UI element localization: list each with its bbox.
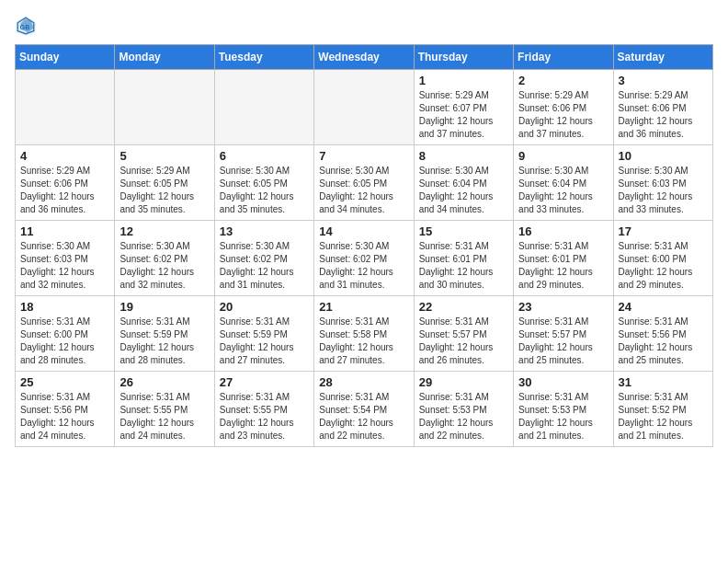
day-info: Sunrise: 5:30 AM Sunset: 6:05 PM Dayligh… (319, 165, 408, 216)
calendar-table: SundayMondayTuesdayWednesdayThursdayFrid… (15, 44, 713, 447)
day-number: 8 (419, 149, 508, 163)
day-info: Sunrise: 5:31 AM Sunset: 6:01 PM Dayligh… (419, 240, 508, 292)
day-number: 15 (419, 224, 508, 238)
calendar-cell: 17Sunrise: 5:31 AM Sunset: 6:00 PM Dayli… (613, 221, 712, 296)
day-number: 30 (518, 375, 608, 389)
calendar-cell: 20Sunrise: 5:31 AM Sunset: 5:59 PM Dayli… (214, 296, 313, 372)
day-info: Sunrise: 5:30 AM Sunset: 6:04 PM Dayligh… (419, 165, 508, 216)
calendar-cell: 13Sunrise: 5:30 AM Sunset: 6:02 PM Dayli… (214, 221, 313, 296)
calendar-cell: 9Sunrise: 5:30 AM Sunset: 6:04 PM Daylig… (514, 145, 613, 221)
calendar-cell: 1Sunrise: 5:29 AM Sunset: 6:07 PM Daylig… (414, 70, 513, 145)
day-info: Sunrise: 5:29 AM Sunset: 6:05 PM Dayligh… (119, 165, 209, 216)
day-info: Sunrise: 5:31 AM Sunset: 5:57 PM Dayligh… (518, 316, 608, 367)
day-number: 29 (419, 375, 508, 389)
day-number: 16 (518, 224, 608, 238)
day-number: 9 (518, 149, 608, 163)
day-info: Sunrise: 5:30 AM Sunset: 6:05 PM Dayligh… (220, 165, 309, 216)
day-info: Sunrise: 5:31 AM Sunset: 6:00 PM Dayligh… (619, 240, 708, 292)
day-number: 14 (319, 224, 408, 238)
calendar-week-row: 18Sunrise: 5:31 AM Sunset: 6:00 PM Dayli… (16, 296, 713, 372)
calendar-week-row: 1Sunrise: 5:29 AM Sunset: 6:07 PM Daylig… (16, 70, 713, 145)
weekday-header: Monday (115, 45, 214, 70)
calendar-cell: 12Sunrise: 5:30 AM Sunset: 6:02 PM Dayli… (115, 221, 214, 296)
day-number: 19 (119, 300, 209, 314)
weekday-header: Wednesday (314, 45, 414, 70)
day-info: Sunrise: 5:31 AM Sunset: 6:00 PM Dayligh… (20, 316, 109, 367)
day-number: 18 (20, 300, 109, 314)
calendar-cell: 3Sunrise: 5:29 AM Sunset: 6:06 PM Daylig… (613, 70, 712, 145)
calendar-cell: 27Sunrise: 5:31 AM Sunset: 5:55 PM Dayli… (214, 372, 313, 447)
logo-icon: GB (15, 15, 37, 37)
calendar-cell: 29Sunrise: 5:31 AM Sunset: 5:53 PM Dayli… (414, 372, 513, 447)
day-number: 28 (319, 375, 408, 389)
calendar-cell: 30Sunrise: 5:31 AM Sunset: 5:53 PM Dayli… (514, 372, 613, 447)
day-info: Sunrise: 5:30 AM Sunset: 6:03 PM Dayligh… (20, 240, 109, 292)
calendar-cell: 11Sunrise: 5:30 AM Sunset: 6:03 PM Dayli… (16, 221, 115, 296)
calendar-cell: 23Sunrise: 5:31 AM Sunset: 5:57 PM Dayli… (514, 296, 613, 372)
day-info: Sunrise: 5:30 AM Sunset: 6:02 PM Dayligh… (119, 240, 209, 292)
weekday-header: Sunday (16, 45, 115, 70)
day-number: 11 (20, 224, 109, 238)
day-number: 21 (319, 300, 408, 314)
calendar-cell: 21Sunrise: 5:31 AM Sunset: 5:58 PM Dayli… (314, 296, 414, 372)
calendar-cell: 10Sunrise: 5:30 AM Sunset: 6:03 PM Dayli… (613, 145, 712, 221)
weekday-header: Tuesday (214, 45, 313, 70)
weekday-header: Saturday (613, 45, 712, 70)
calendar-cell: 6Sunrise: 5:30 AM Sunset: 6:05 PM Daylig… (214, 145, 313, 221)
day-info: Sunrise: 5:30 AM Sunset: 6:03 PM Dayligh… (619, 165, 708, 216)
calendar-cell: 26Sunrise: 5:31 AM Sunset: 5:55 PM Dayli… (115, 372, 214, 447)
day-info: Sunrise: 5:29 AM Sunset: 6:06 PM Dayligh… (518, 89, 608, 141)
day-number: 27 (220, 375, 309, 389)
day-number: 17 (619, 224, 708, 238)
calendar-cell (214, 70, 313, 145)
day-info: Sunrise: 5:30 AM Sunset: 6:04 PM Dayligh… (518, 165, 608, 216)
day-number: 5 (119, 149, 209, 163)
logo: GB (15, 15, 40, 37)
day-number: 2 (518, 74, 608, 87)
day-info: Sunrise: 5:29 AM Sunset: 6:06 PM Dayligh… (619, 89, 708, 141)
calendar-cell (115, 70, 214, 145)
day-info: Sunrise: 5:31 AM Sunset: 5:58 PM Dayligh… (319, 316, 408, 367)
calendar-cell: 14Sunrise: 5:30 AM Sunset: 6:02 PM Dayli… (314, 221, 414, 296)
calendar-cell: 5Sunrise: 5:29 AM Sunset: 6:05 PM Daylig… (115, 145, 214, 221)
calendar-cell: 16Sunrise: 5:31 AM Sunset: 6:01 PM Dayli… (514, 221, 613, 296)
day-number: 20 (220, 300, 309, 314)
day-info: Sunrise: 5:29 AM Sunset: 6:06 PM Dayligh… (20, 165, 109, 216)
calendar-cell (16, 70, 115, 145)
calendar-cell: 24Sunrise: 5:31 AM Sunset: 5:56 PM Dayli… (613, 296, 712, 372)
svg-text:GB: GB (20, 23, 30, 31)
calendar-cell: 22Sunrise: 5:31 AM Sunset: 5:57 PM Dayli… (414, 296, 513, 372)
day-number: 1 (419, 74, 508, 87)
day-number: 3 (619, 74, 708, 87)
weekday-header: Friday (514, 45, 613, 70)
calendar-week-row: 4Sunrise: 5:29 AM Sunset: 6:06 PM Daylig… (16, 145, 713, 221)
day-number: 23 (518, 300, 608, 314)
day-info: Sunrise: 5:30 AM Sunset: 6:02 PM Dayligh… (319, 240, 408, 292)
calendar-cell: 18Sunrise: 5:31 AM Sunset: 6:00 PM Dayli… (16, 296, 115, 372)
day-info: Sunrise: 5:29 AM Sunset: 6:07 PM Dayligh… (419, 89, 508, 141)
day-number: 10 (619, 149, 708, 163)
day-number: 26 (119, 375, 209, 389)
calendar-header-row: SundayMondayTuesdayWednesdayThursdayFrid… (16, 45, 713, 70)
day-info: Sunrise: 5:31 AM Sunset: 5:59 PM Dayligh… (119, 316, 209, 367)
day-number: 7 (319, 149, 408, 163)
calendar-cell: 15Sunrise: 5:31 AM Sunset: 6:01 PM Dayli… (414, 221, 513, 296)
day-info: Sunrise: 5:31 AM Sunset: 5:55 PM Dayligh… (119, 391, 209, 442)
day-number: 22 (419, 300, 508, 314)
calendar-week-row: 25Sunrise: 5:31 AM Sunset: 5:56 PM Dayli… (16, 372, 713, 447)
day-info: Sunrise: 5:31 AM Sunset: 5:53 PM Dayligh… (518, 391, 608, 442)
weekday-header: Thursday (414, 45, 513, 70)
calendar-cell: 25Sunrise: 5:31 AM Sunset: 5:56 PM Dayli… (16, 372, 115, 447)
calendar-cell (314, 70, 414, 145)
calendar-cell: 31Sunrise: 5:31 AM Sunset: 5:52 PM Dayli… (613, 372, 712, 447)
day-info: Sunrise: 5:30 AM Sunset: 6:02 PM Dayligh… (220, 240, 309, 292)
calendar-cell: 8Sunrise: 5:30 AM Sunset: 6:04 PM Daylig… (414, 145, 513, 221)
day-info: Sunrise: 5:31 AM Sunset: 6:01 PM Dayligh… (518, 240, 608, 292)
calendar-cell: 4Sunrise: 5:29 AM Sunset: 6:06 PM Daylig… (16, 145, 115, 221)
calendar-cell: 7Sunrise: 5:30 AM Sunset: 6:05 PM Daylig… (314, 145, 414, 221)
day-number: 31 (619, 375, 708, 389)
day-info: Sunrise: 5:31 AM Sunset: 5:57 PM Dayligh… (419, 316, 508, 367)
day-info: Sunrise: 5:31 AM Sunset: 5:55 PM Dayligh… (220, 391, 309, 442)
day-number: 12 (119, 224, 209, 238)
day-number: 4 (20, 149, 109, 163)
